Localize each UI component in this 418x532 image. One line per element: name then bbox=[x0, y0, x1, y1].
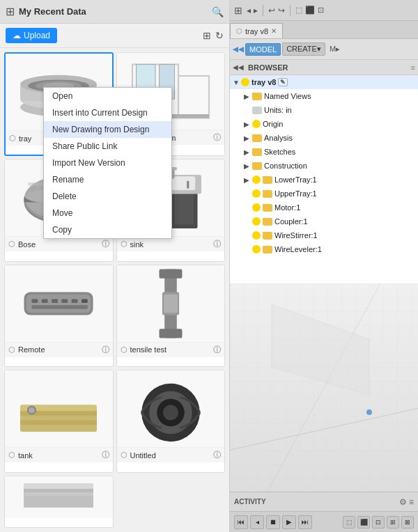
browser-header: ◀◀ BROWSER ≡ bbox=[230, 60, 418, 75]
create-button[interactable]: CREATE▾ bbox=[282, 42, 325, 56]
svg-point-61 bbox=[366, 409, 372, 415]
playback-cam2[interactable]: ⬛ bbox=[357, 516, 370, 529]
tree-icon-coupler-bulb bbox=[252, 217, 261, 226]
tree-item-wirestirrer[interactable]: WireStirrer:1 bbox=[230, 228, 418, 242]
tree-item-origin[interactable]: ▶ Origin bbox=[230, 117, 418, 131]
toolbar-icon-mesh[interactable]: ⬛ bbox=[305, 6, 315, 15]
playback-cam1[interactable]: ⬚ bbox=[343, 516, 355, 529]
context-menu-new-drawing[interactable]: New Drawing from Design bbox=[44, 121, 171, 138]
tree-item-sketches[interactable]: ▶ Sketches bbox=[230, 145, 418, 159]
grid-icon[interactable]: ⊞ bbox=[234, 5, 242, 16]
refresh-icon[interactable]: ↻ bbox=[215, 30, 224, 41]
tree-label-coupler: Coupler:1 bbox=[274, 217, 308, 226]
item-info-untitled[interactable]: ⓘ bbox=[213, 450, 221, 460]
search-icon[interactable]: 🔍 bbox=[212, 6, 224, 17]
item-type-icon-bose: ⬡ bbox=[8, 240, 15, 249]
item-card-tensile[interactable]: ⬡ tensile test ⓘ bbox=[116, 265, 226, 367]
nav-left-icon[interactable]: ◀◀ bbox=[233, 45, 244, 53]
tree-label-wirestirrer: WireStirrer:1 bbox=[274, 231, 318, 240]
toolbar-icon-3d[interactable]: ⬚ bbox=[295, 6, 302, 15]
item-thumb-tank bbox=[5, 370, 113, 447]
activity-settings-icon[interactable]: ⚙ bbox=[399, 497, 407, 507]
tree-label-sketches: Sketches bbox=[264, 148, 295, 156]
playback-cam4[interactable]: ⊞ bbox=[387, 516, 399, 529]
item-info-tank[interactable]: ⓘ bbox=[102, 450, 109, 460]
undo-icon[interactable]: ↩ bbox=[268, 6, 275, 15]
tree-item-motor[interactable]: Motor:1 bbox=[230, 201, 418, 214]
model-button[interactable]: MODEL bbox=[245, 43, 281, 56]
item-thumb-remote bbox=[5, 265, 113, 342]
tree-icon-coupler-folder bbox=[263, 218, 272, 226]
more-icon[interactable]: M▸ bbox=[330, 45, 340, 54]
context-menu-rename[interactable]: Rename bbox=[44, 171, 171, 188]
tree-item-units[interactable]: Units: in bbox=[230, 103, 418, 117]
viewport[interactable] bbox=[230, 283, 418, 492]
toolbar-icon-export[interactable]: ⊡ bbox=[318, 6, 324, 15]
tree-item-coupler[interactable]: Coupler:1 bbox=[230, 214, 418, 228]
playback-cam5[interactable]: ⊠ bbox=[401, 516, 414, 529]
tree-arrow-analysis: ▶ bbox=[244, 134, 252, 142]
tree-icon-wirestirrer-folder bbox=[263, 232, 272, 240]
context-menu-open[interactable]: Open bbox=[44, 88, 171, 104]
tree-icon-uppertray-folder bbox=[263, 190, 272, 198]
item-info-bose[interactable]: ⓘ bbox=[102, 239, 109, 249]
tree-item-analysis[interactable]: ▶ Analysis bbox=[230, 131, 418, 145]
svg-rect-56 bbox=[24, 492, 93, 496]
redo-icon[interactable]: ↪ bbox=[278, 6, 285, 15]
browser-pin-icon[interactable]: ≡ bbox=[411, 63, 415, 72]
item-info-remote[interactable]: ⓘ bbox=[102, 345, 109, 355]
item-info-masterroom[interactable]: ⓘ bbox=[213, 132, 221, 143]
context-menu-share[interactable]: Share Public Link bbox=[44, 138, 171, 155]
item-info-sink[interactable]: ⓘ bbox=[213, 239, 221, 249]
item-label-sink: sink bbox=[130, 240, 211, 249]
item-label-tank: tank bbox=[18, 451, 99, 460]
playback-skip-start[interactable]: ⏮ bbox=[234, 515, 248, 529]
tree-item-root[interactable]: ▼ tray v8 ✎ bbox=[230, 75, 418, 89]
tree-item-named-views[interactable]: ▶ Named Views bbox=[230, 89, 418, 103]
item-label-remote: Remote bbox=[18, 345, 99, 354]
svg-rect-38 bbox=[159, 329, 182, 338]
item-thumb-untitled bbox=[117, 370, 225, 447]
tab-close-icon[interactable]: ✕ bbox=[271, 27, 277, 35]
item-card-remote[interactable]: ⬡ Remote ⓘ bbox=[4, 265, 114, 367]
playback-prev[interactable]: ◂ bbox=[250, 515, 264, 529]
item-card-extra[interactable] bbox=[4, 476, 114, 528]
context-menu-insert[interactable]: Insert into Current Design bbox=[44, 104, 171, 121]
tree-item-wireleveler[interactable]: WireLeveler:1 bbox=[230, 242, 418, 256]
viewport-grid-svg bbox=[230, 283, 418, 492]
context-menu-move[interactable]: Move bbox=[44, 205, 171, 221]
playback-stop[interactable]: ⏹ bbox=[266, 515, 280, 529]
svg-rect-45 bbox=[20, 421, 97, 425]
tree-icon-lowertray-bulb bbox=[252, 175, 261, 184]
activity-label: ACTIVITY bbox=[234, 498, 397, 506]
playback-cam3[interactable]: ⊡ bbox=[372, 516, 385, 529]
svg-rect-30 bbox=[42, 299, 48, 303]
item-info-tensile[interactable]: ⓘ bbox=[213, 345, 221, 355]
context-menu-delete[interactable]: Delete bbox=[44, 188, 171, 205]
svg-point-48 bbox=[29, 407, 35, 414]
tree-item-lowertray[interactable]: ▶ LowerTray:1 bbox=[230, 173, 418, 187]
svg-rect-46 bbox=[20, 425, 97, 432]
context-menu-import[interactable]: Import New Version bbox=[44, 155, 171, 171]
tree-item-construction[interactable]: ▶ Construction bbox=[230, 159, 418, 173]
svg-rect-57 bbox=[24, 496, 93, 508]
upload-button[interactable]: ☁ Upload bbox=[6, 28, 57, 43]
nav-fwd-icon[interactable]: ▸ bbox=[254, 6, 258, 15]
grid-view-icon[interactable]: ⊞ bbox=[203, 30, 211, 41]
tree-icon-units bbox=[252, 107, 262, 114]
activity-pin-icon[interactable]: ≡ bbox=[409, 497, 414, 507]
tank-preview bbox=[13, 370, 104, 447]
context-menu-copy[interactable]: Copy bbox=[44, 221, 171, 238]
tree-item-uppertray[interactable]: UpperTray:1 bbox=[230, 187, 418, 201]
browser-collapse-icon[interactable]: ◀◀ bbox=[233, 63, 244, 71]
playback-skip-end[interactable]: ⏭ bbox=[298, 515, 312, 529]
item-label-bose: Bose bbox=[18, 240, 99, 249]
playback-play[interactable]: ▶ bbox=[282, 515, 296, 529]
tree-label-motor: Motor:1 bbox=[274, 203, 300, 212]
nav-back-icon[interactable]: ◂ bbox=[247, 6, 251, 15]
item-card-tank[interactable]: ⬡ tank ⓘ bbox=[4, 370, 114, 472]
item-card-untitled[interactable]: ⬡ Untitled ⓘ bbox=[116, 370, 226, 472]
item-type-icon-tank: ⬡ bbox=[8, 451, 15, 460]
tree-icon-wireleveler-bulb bbox=[252, 245, 261, 253]
tab-tray-v8[interactable]: ⬡ tray v8 ✕ bbox=[230, 23, 283, 38]
